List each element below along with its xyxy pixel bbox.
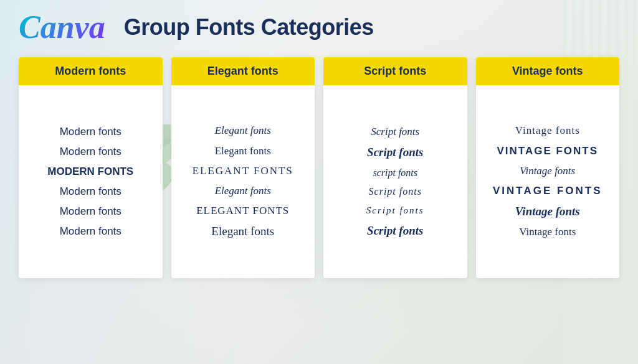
card-body-script: Script fontsScript fontsscript fontsScri… bbox=[323, 85, 467, 278]
font-item-vintage-2: Vintage fonts bbox=[486, 164, 610, 178]
font-item-modern-5: Modern fonts bbox=[29, 225, 153, 238]
font-item-modern-0: Modern fonts bbox=[29, 125, 153, 139]
header: Canva Group Fonts Categories bbox=[19, 11, 619, 44]
font-item-elegant-4: ELEGANT FONTS bbox=[181, 204, 305, 218]
font-item-vintage-1: VINTAGE FONTS bbox=[486, 144, 610, 158]
font-item-elegant-3: Elegant fonts bbox=[181, 184, 305, 198]
font-item-script-5: Script fonts bbox=[333, 223, 457, 239]
card-body-modern: Modern fontsModern fontsMODERN FONTSMode… bbox=[19, 85, 163, 278]
card-elegant: Elegant fontsElegant fontsElegant fontsE… bbox=[171, 57, 315, 278]
font-item-modern-2: MODERN FONTS bbox=[29, 165, 153, 179]
font-item-modern-3: Modern fonts bbox=[29, 185, 153, 198]
font-item-script-0: Script fonts bbox=[333, 125, 457, 139]
font-item-modern-1: Modern fonts bbox=[29, 145, 153, 159]
card-header-modern: Modern fonts bbox=[19, 57, 163, 85]
card-vintage: Vintage fontsVintage fontsVINTAGE FONTSV… bbox=[476, 57, 620, 278]
font-item-script-1: Script fonts bbox=[333, 145, 457, 161]
font-item-vintage-5: Vintage fonts bbox=[486, 225, 610, 239]
font-item-vintage-3: VINTAGE FONTS bbox=[486, 184, 610, 198]
card-header-elegant: Elegant fonts bbox=[171, 57, 315, 85]
card-modern: Modern fontsModern fontsModern fontsMODE… bbox=[19, 57, 163, 278]
font-item-script-2: script fonts bbox=[333, 167, 457, 180]
font-item-elegant-0: Elegant fonts bbox=[181, 124, 305, 138]
card-body-elegant: Elegant fontsElegant fontsELEGANT FONTSE… bbox=[171, 85, 315, 278]
card-header-text-script: Script fonts bbox=[364, 65, 426, 77]
font-item-vintage-0: Vintage fonts bbox=[486, 124, 610, 138]
font-item-script-4: Script fonts bbox=[333, 205, 457, 217]
card-body-vintage: Vintage fontsVINTAGE FONTSVintage fontsV… bbox=[476, 85, 620, 278]
card-header-text-elegant: Elegant fonts bbox=[207, 65, 279, 77]
font-item-elegant-1: Elegant fonts bbox=[181, 144, 305, 158]
card-header-text-vintage: Vintage fonts bbox=[512, 65, 583, 77]
font-item-elegant-5: Elegant fonts bbox=[181, 224, 305, 240]
card-header-vintage: Vintage fonts bbox=[476, 57, 620, 85]
font-item-script-3: Script fonts bbox=[333, 185, 457, 198]
card-script: Script fontsScript fontsScript fontsscri… bbox=[323, 57, 467, 278]
page-title: Group Fonts Categories bbox=[124, 14, 374, 40]
font-item-elegant-2: ELEGANT FONTS bbox=[181, 164, 305, 178]
font-item-vintage-4: Vintage fonts bbox=[486, 204, 610, 220]
main-content: Canva Group Fonts Categories Modern font… bbox=[0, 0, 638, 289]
canva-logo: Canva bbox=[19, 11, 105, 44]
card-header-text-modern: Modern fonts bbox=[55, 65, 126, 77]
card-header-script: Script fonts bbox=[323, 57, 467, 85]
cards-container: Modern fontsModern fontsModern fontsMODE… bbox=[19, 57, 619, 278]
font-item-modern-4: Modern fonts bbox=[29, 205, 153, 218]
